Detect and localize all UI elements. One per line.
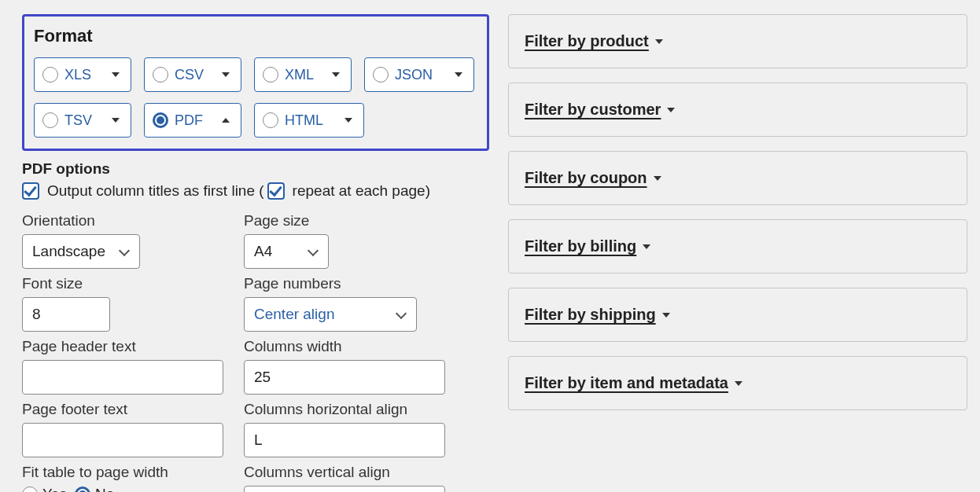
- filter-product[interactable]: Filter by product: [508, 14, 967, 68]
- format-label: PDF: [175, 112, 203, 129]
- caret-down-icon: [735, 381, 742, 386]
- output-titles-row: Output column titles as first line ( rep…: [22, 182, 489, 200]
- format-label: CSV: [175, 67, 204, 83]
- caret-down-icon: [112, 72, 120, 77]
- radio-icon: [42, 67, 58, 83]
- repeat-each-page-label: repeat at each page): [293, 182, 430, 200]
- format-panel: Format XLS CSV XML: [22, 14, 489, 151]
- radio-selected-icon: [75, 486, 90, 492]
- page-numbers-label: Page numbers: [244, 275, 448, 292]
- format-option-html[interactable]: HTML: [254, 103, 364, 138]
- format-title: Format: [34, 26, 477, 46]
- filter-customer[interactable]: Filter by customer: [508, 83, 967, 137]
- format-label: TSV: [64, 112, 92, 129]
- fit-table-radio-group: Yes No: [22, 486, 244, 492]
- format-label: JSON: [395, 67, 433, 83]
- filter-shipping-label: Filter by shipping: [525, 306, 656, 324]
- filter-shipping[interactable]: Filter by shipping: [508, 288, 967, 342]
- caret-down-icon: [222, 72, 230, 77]
- radio-icon: [42, 112, 58, 128]
- page-header-label: Page header text: [22, 338, 244, 355]
- orientation-select[interactable]: Landscape: [22, 234, 140, 269]
- fit-table-no-label: No: [95, 486, 114, 492]
- filter-coupon[interactable]: Filter by coupon: [508, 151, 967, 205]
- radio-icon: [22, 486, 38, 492]
- fit-table-yes[interactable]: Yes: [22, 486, 67, 492]
- columns-halign-label: Columns horizontal align: [244, 401, 448, 418]
- format-option-xls[interactable]: XLS: [34, 57, 131, 92]
- radio-icon: [263, 112, 278, 128]
- fit-table-no[interactable]: No: [75, 486, 114, 492]
- page-footer-label: Page footer text: [22, 401, 244, 418]
- pdf-options-heading: PDF options: [22, 160, 489, 178]
- columns-halign-input[interactable]: [244, 423, 445, 457]
- caret-down-icon: [455, 72, 462, 77]
- chevron-down-icon: [309, 247, 319, 256]
- filter-customer-label: Filter by customer: [525, 101, 661, 119]
- caret-up-icon: [222, 118, 230, 123]
- caret-down-icon: [667, 108, 675, 112]
- page-numbers-value: Center align: [254, 306, 334, 323]
- output-titles-label: Output column titles as first line (: [47, 182, 264, 200]
- chevron-down-icon: [120, 247, 130, 256]
- pdf-options: PDF options Output column titles as firs…: [22, 160, 489, 492]
- columns-width-label: Columns width: [244, 338, 448, 355]
- format-label: XML: [285, 67, 314, 83]
- format-option-pdf[interactable]: PDF: [144, 103, 241, 138]
- page-footer-input[interactable]: [22, 423, 223, 457]
- filter-billing[interactable]: Filter by billing: [508, 219, 967, 274]
- format-option-csv[interactable]: CSV: [144, 57, 241, 92]
- caret-down-icon: [112, 118, 120, 123]
- filter-coupon-label: Filter by coupon: [525, 169, 647, 187]
- caret-down-icon: [655, 39, 663, 44]
- columns-valign-label: Columns vertical align: [244, 464, 448, 481]
- filter-billing-label: Filter by billing: [525, 237, 636, 255]
- filter-item-metadata-label: Filter by item and metadata: [525, 374, 728, 392]
- chevron-down-icon: [397, 310, 407, 319]
- page-size-select[interactable]: A4: [244, 234, 329, 269]
- format-label: XLS: [64, 67, 91, 83]
- filter-product-label: Filter by product: [525, 32, 649, 50]
- orientation-label: Orientation: [22, 212, 244, 229]
- fit-table-yes-label: Yes: [42, 486, 67, 492]
- radio-icon: [263, 67, 278, 83]
- output-titles-checkbox[interactable]: [22, 182, 39, 200]
- fit-table-label: Fit table to page width: [22, 464, 244, 481]
- page-header-input[interactable]: [22, 360, 223, 395]
- columns-width-input[interactable]: [244, 360, 445, 395]
- caret-down-icon: [332, 72, 340, 77]
- page-size-label: Page size: [244, 212, 448, 229]
- page-size-value: A4: [254, 243, 272, 260]
- font-size-label: Font size: [22, 275, 244, 292]
- columns-valign-input[interactable]: [244, 486, 445, 492]
- filter-item-metadata[interactable]: Filter by item and metadata: [508, 356, 967, 410]
- radio-selected-icon: [153, 112, 168, 128]
- caret-down-icon: [654, 176, 661, 181]
- radio-icon: [153, 67, 168, 83]
- page-numbers-select[interactable]: Center align: [244, 297, 417, 332]
- orientation-value: Landscape: [32, 243, 105, 260]
- format-option-tsv[interactable]: TSV: [34, 103, 131, 138]
- caret-down-icon: [344, 118, 352, 123]
- radio-icon: [373, 67, 389, 83]
- format-option-json[interactable]: JSON: [364, 57, 474, 92]
- font-size-input[interactable]: [22, 297, 110, 332]
- caret-down-icon: [662, 313, 670, 318]
- format-option-xml[interactable]: XML: [254, 57, 352, 92]
- repeat-each-page-checkbox[interactable]: [267, 182, 285, 200]
- caret-down-icon: [643, 244, 650, 249]
- format-label: HTML: [285, 112, 323, 129]
